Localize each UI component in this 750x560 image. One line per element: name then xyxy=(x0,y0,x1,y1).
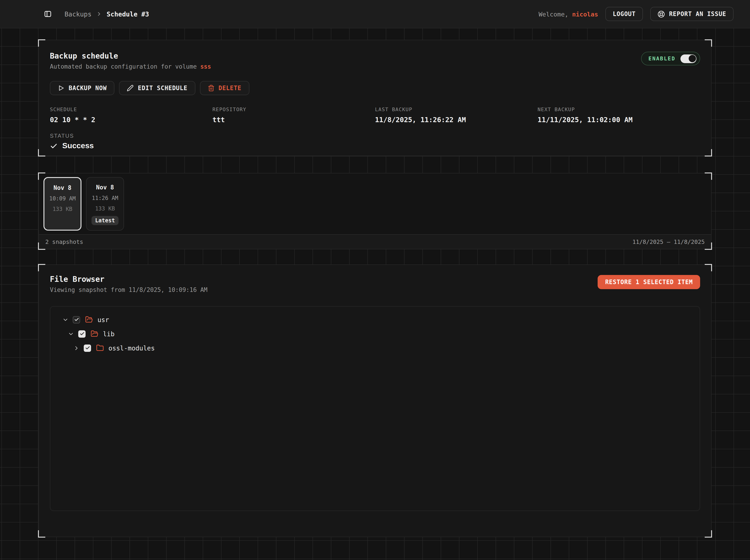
corner-bracket xyxy=(38,173,45,180)
welcome-prefix: Welcome, xyxy=(538,10,568,18)
chevron-down-icon[interactable] xyxy=(62,316,68,323)
corner-bracket xyxy=(38,149,45,157)
logout-button[interactable]: LOGOUT xyxy=(606,7,643,21)
breadcrumb-backups[interactable]: Backups xyxy=(64,10,92,18)
username: nicolas xyxy=(572,10,598,18)
file-tree: usr lib xyxy=(50,306,700,511)
logout-label: LOGOUT xyxy=(613,11,636,17)
page-background: Backups Schedule #3 Welcome, nicolas LOG… xyxy=(0,0,750,560)
chevron-right-icon xyxy=(96,11,102,17)
lifebuoy-icon xyxy=(657,10,665,18)
status-value: Success xyxy=(50,141,700,151)
snapshot-time: 10:09 AM xyxy=(49,195,76,202)
chevron-down-icon[interactable] xyxy=(68,331,74,337)
schedule-panel-subtitle: Automated backup configuration for volum… xyxy=(50,63,211,70)
toggle-switch[interactable] xyxy=(680,54,696,63)
play-icon xyxy=(58,85,64,92)
file-browser-subtitle: Viewing snapshot from 11/8/2025, 10:09:1… xyxy=(50,286,208,293)
trash-icon xyxy=(208,85,214,92)
snapshot-date: Nov 8 xyxy=(54,184,72,191)
delete-label: DELETE xyxy=(218,85,241,92)
corner-bracket xyxy=(38,242,45,250)
volume-name: sss xyxy=(200,63,211,70)
field-value: 02 10 * * 2 xyxy=(50,116,213,124)
tree-item-label: lib xyxy=(103,330,115,337)
chevron-right-icon[interactable] xyxy=(73,345,80,351)
timeline-footer: 2 snapshots 11/8/2025 – 11/8/2025 xyxy=(39,234,711,249)
corner-bracket xyxy=(705,173,712,180)
schedule-panel-title: Backup schedule xyxy=(50,52,211,60)
backup-now-button[interactable]: BACKUP NOW xyxy=(50,81,115,95)
checkbox-checked[interactable] xyxy=(84,344,91,352)
field-value: 11/8/2025, 11:26:22 AM xyxy=(375,116,538,124)
snapshot-size: 133 KB xyxy=(95,205,115,212)
snapshot-date-range: 11/8/2025 – 11/8/2025 xyxy=(632,238,705,245)
snapshot-card-selected[interactable]: Nov 8 10:09 AM 133 KB xyxy=(43,177,81,231)
edit-schedule-button[interactable]: EDIT SCHEDULE xyxy=(119,81,195,95)
top-bar: Backups Schedule #3 Welcome, nicolas LOG… xyxy=(0,0,750,28)
report-issue-button[interactable]: REPORT AN ISSUE xyxy=(650,7,733,21)
folder-open-icon xyxy=(91,330,98,338)
enabled-label: ENABLED xyxy=(648,55,675,62)
snapshot-card[interactable]: Nov 8 11:26 AM 133 KB Latest xyxy=(86,177,124,231)
sidebar-toggle-button[interactable] xyxy=(44,10,52,18)
report-issue-label: REPORT AN ISSUE xyxy=(669,11,726,17)
field-label: NEXT BACKUP xyxy=(538,106,700,113)
welcome-text: Welcome, nicolas xyxy=(538,10,598,18)
field-next-backup: NEXT BACKUP 11/11/2025, 11:02:00 AM xyxy=(538,106,700,124)
restore-selected-button[interactable]: RESTORE 1 SELECTED ITEM xyxy=(598,275,700,289)
field-label: LAST BACKUP xyxy=(375,106,538,113)
snapshot-size: 133 KB xyxy=(53,206,73,212)
checkbox-checked[interactable] xyxy=(78,330,85,337)
tree-row-usr[interactable]: usr xyxy=(50,313,700,327)
delete-button[interactable]: DELETE xyxy=(200,81,249,95)
toggle-knob xyxy=(688,55,696,62)
backup-now-label: BACKUP NOW xyxy=(68,85,107,92)
folder-open-icon xyxy=(85,316,93,323)
breadcrumb-current-page: Schedule #3 xyxy=(106,10,149,18)
status-label: STATUS xyxy=(50,133,700,139)
snapshot-timeline-panel: Nov 8 10:09 AM 133 KB Nov 8 11:26 AM 133… xyxy=(38,173,712,249)
field-value: 11/11/2025, 11:02:00 AM xyxy=(538,116,700,124)
latest-badge: Latest xyxy=(92,216,119,225)
panel-left-icon xyxy=(44,10,52,18)
status-block: STATUS Success xyxy=(50,133,700,151)
backup-schedule-panel: Backup schedule Automated backup configu… xyxy=(38,40,712,156)
field-schedule: SCHEDULE 02 10 * * 2 xyxy=(50,106,213,124)
corner-bracket xyxy=(705,264,712,271)
tree-item-label: ossl-modules xyxy=(108,344,155,352)
corner-bracket xyxy=(705,39,712,47)
field-label: SCHEDULE xyxy=(50,106,213,113)
subtitle-prefix: Automated backup configuration for volum… xyxy=(50,63,200,70)
checkbox-partial[interactable] xyxy=(73,316,80,323)
file-browser-title: File Browser xyxy=(50,275,208,284)
field-repository: REPOSITORY ttt xyxy=(213,106,375,124)
tree-row-ossl-modules[interactable]: ossl-modules xyxy=(50,341,700,355)
field-value: ttt xyxy=(213,116,375,124)
corner-bracket xyxy=(705,149,712,157)
pencil-icon xyxy=(127,85,134,92)
field-label: REPOSITORY xyxy=(213,106,375,113)
status-text: Success xyxy=(62,141,94,151)
schedule-info-grid: SCHEDULE 02 10 * * 2 REPOSITORY ttt LAST… xyxy=(50,106,700,124)
edit-schedule-label: EDIT SCHEDULE xyxy=(138,85,188,92)
corner-bracket xyxy=(38,39,45,47)
file-browser-panel: File Browser Viewing snapshot from 11/8/… xyxy=(38,264,712,537)
tree-row-lib[interactable]: lib xyxy=(50,327,700,341)
corner-bracket xyxy=(38,530,45,538)
snapshot-time: 11:26 AM xyxy=(92,195,118,201)
folder-icon xyxy=(96,344,104,352)
field-last-backup: LAST BACKUP 11/8/2025, 11:26:22 AM xyxy=(375,106,538,124)
tree-item-label: usr xyxy=(97,316,109,323)
breadcrumb: Backups Schedule #3 xyxy=(64,10,149,18)
snapshot-count: 2 snapshots xyxy=(45,238,83,245)
corner-bracket xyxy=(705,530,712,538)
enabled-toggle[interactable]: ENABLED xyxy=(641,52,700,65)
snapshot-date: Nov 8 xyxy=(96,184,114,191)
corner-bracket xyxy=(705,242,712,250)
corner-bracket xyxy=(38,264,45,271)
snapshot-list: Nov 8 10:09 AM 133 KB Nov 8 11:26 AM 133… xyxy=(39,174,711,234)
check-icon xyxy=(50,142,58,150)
